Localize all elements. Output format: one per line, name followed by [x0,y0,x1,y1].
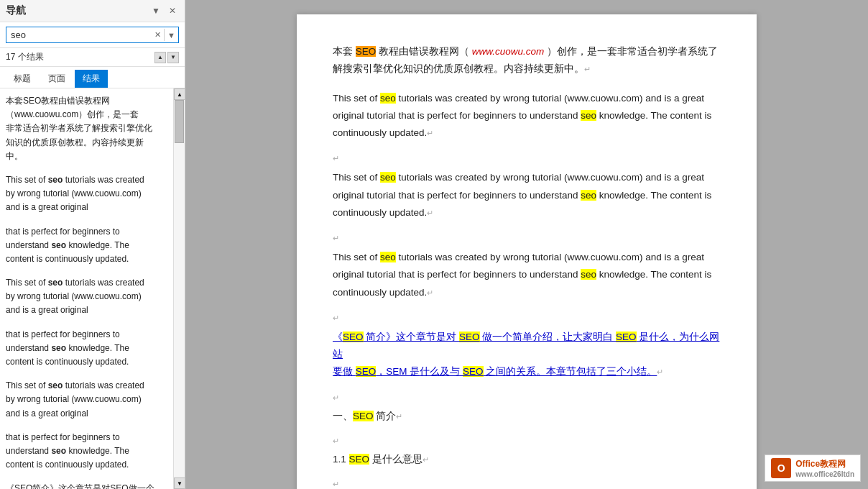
para-mark: ↵ [333,232,721,246]
result-next-btn[interactable]: ▼ [167,52,179,63]
doc-section-intro: 《SEO 简介》这个章节是对 SEO 做一个简单介绍，让大家明白 SEO 是什么… [333,329,721,381]
result-text: that is perfect for beginners toundersta… [6,431,159,472]
tab-pages[interactable]: 页面 [40,70,73,88]
office-url: www.office26ltdn [795,470,854,478]
results-scrollbar[interactable]: ▲ ▼ [173,88,185,489]
doc-website-1: www.cuowu.com [472,46,545,57]
result-item[interactable]: that is perfect for beginners toundersta… [6,429,159,474]
result-nav-buttons: ▲ ▼ [154,52,179,63]
result-item[interactable]: that is perfect for beginners toundersta… [6,224,159,268]
highlight-seo-7: seo [581,269,596,280]
office-logo: O Office教程网 www.office26ltdn [765,454,861,482]
office-name: Office教程网 [795,458,854,470]
results-list: 本套SEO教程由错误教程网（www.cuowu.com）创作，是一套非常适合初学… [0,88,173,489]
tab-headings[interactable]: 标题 [6,70,39,88]
para-mark: ↵ [333,152,721,166]
highlight-seo-4: seo [380,172,396,183]
para-mark: ↵ [333,391,721,406]
doc-section-heading: 一、SEO 简介↵ [333,408,721,425]
highlight-seo-11: SEO [356,366,377,377]
result-item[interactable]: that is perfect for beginners toundersta… [6,326,159,371]
result-text: This set of seo tutorials was createdby … [6,173,159,215]
tab-results[interactable]: 结果 [75,70,108,88]
result-item[interactable]: 《SEO简介》这个章节是对SEO做一个简单介绍，让大家明白SEO是什么，为什么网… [6,480,159,489]
highlight-seo-12: SEO [463,366,484,377]
result-prev-btn[interactable]: ▲ [154,52,166,63]
highlight-seo-2: seo [380,93,396,104]
doc-page: 本套 SEO 教程由错误教程网（ www.cuowu.com ）创作，是一套非常… [297,14,757,489]
result-text: that is perfect for beginners toundersta… [6,328,159,370]
doc-paragraph-2: This set of seo tutorials was created by… [333,90,721,142]
highlight-seo-5: seo [581,190,596,201]
navigation-panel: 导航 ▼ ✕ ✕ ▼ 17 个结果 ▲ ▼ 标题 [0,0,185,489]
result-count: 17 个结果 ▲ ▼ [0,48,185,67]
highlight-seo-3: seo [581,110,596,121]
highlight-seo-10: SEO [616,332,637,342]
doc-paragraph-4: This set of seo tutorials was created by… [333,249,721,301]
scrollbar-down-btn[interactable]: ▼ [174,477,185,489]
highlight-seo-9: SEO [459,332,480,342]
search-dropdown-button[interactable]: ▼ [165,29,178,41]
para-mark: ↵ [333,434,721,449]
office-icon: O [771,458,791,478]
result-text: 《SEO简介》这个章节是对SEO做一个简单介绍，让大家明白SEO是什么，为什么网… [6,482,159,489]
result-text: This set of seo tutorials was createdby … [6,379,159,421]
doc-paragraph-3: This set of seo tutorials was created by… [333,169,721,221]
nav-header-icons: ▼ ✕ [149,4,179,17]
doc-paragraph-1: 本套 SEO 教程由错误教程网（ www.cuowu.com ）创作，是一套非常… [333,43,721,78]
result-item[interactable]: This set of seo tutorials was createdby … [6,275,159,319]
search-input[interactable] [6,27,152,42]
para-mark: ↵ [333,311,721,326]
tabs-bar: 标题 页面 结果 [0,67,185,88]
nav-dropdown-btn[interactable]: ▼ [149,4,163,17]
highlight-seo-14: SEO [349,454,370,465]
result-text: This set of seo tutorials was createdby … [6,276,159,318]
nav-header: 导航 ▼ ✕ [0,0,185,22]
doc-subsection-1: 1.1 SEO 是什么意思↵ [333,451,721,468]
result-text: that is perfect for beginners toundersta… [6,225,159,267]
highlight-seo-1: SEO [356,46,377,57]
result-item[interactable]: This set of seo tutorials was createdby … [6,172,159,216]
search-input-wrapper: ✕ ▼ [6,27,179,43]
scrollbar-up-btn[interactable]: ▲ [174,88,185,100]
result-item[interactable]: 本套SEO教程由错误教程网（www.cuowu.com）创作，是一套非常适合初学… [6,93,159,165]
office-text: Office教程网 www.office26ltdn [795,458,854,478]
highlight-seo-8: SEO [343,332,364,342]
result-text: 本套SEO教程由错误教程网（www.cuowu.com）创作，是一套非常适合初学… [6,94,159,163]
para-mark: ↵ [333,477,721,489]
search-container: ✕ ▼ [0,22,185,48]
search-clear-button[interactable]: ✕ [152,29,165,41]
main-content: 本套 SEO 教程由错误教程网（ www.cuowu.com ）创作，是一套非常… [185,0,868,489]
highlight-seo-6: seo [380,252,396,262]
result-item[interactable]: This set of seo tutorials was createdby … [6,378,159,422]
nav-close-btn[interactable]: ✕ [166,4,179,17]
scrollbar-thumb[interactable] [175,100,184,143]
nav-title: 导航 [6,4,26,17]
result-count-text: 17 个结果 [6,51,44,63]
highlight-seo-13: SEO [353,411,374,421]
